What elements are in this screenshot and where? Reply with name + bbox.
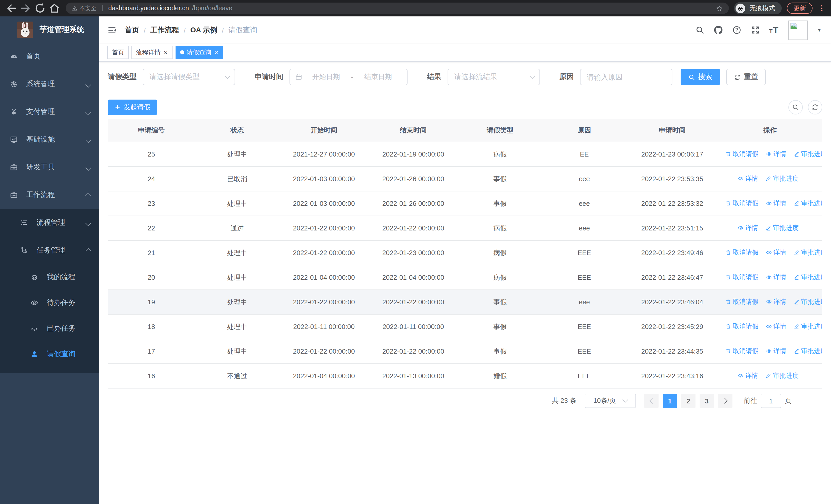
eye-icon — [766, 200, 772, 207]
date-range-picker[interactable]: 开始日期 - 结束日期 — [289, 69, 407, 85]
action-cancel[interactable]: 取消请假 — [725, 298, 758, 306]
action-detail[interactable]: 详情 — [766, 322, 786, 331]
action-detail[interactable]: 详情 — [766, 199, 786, 208]
reason-input[interactable] — [580, 69, 672, 85]
prev-page-button[interactable] — [644, 394, 659, 408]
edit-icon — [793, 274, 799, 280]
sidebar-item-任务管理[interactable]: 任务管理 — [0, 237, 99, 264]
sidebar-item-支付管理[interactable]: 支付管理 — [0, 98, 99, 126]
sidebar-item-基础设施[interactable]: 基础设施 — [0, 126, 99, 153]
action-progress[interactable]: 审批进度 — [793, 322, 822, 331]
action-detail[interactable]: 详情 — [738, 175, 758, 183]
total-count: 共 23 条 — [552, 396, 576, 406]
tab-首页[interactable]: 首页 — [107, 46, 129, 59]
action-cancel[interactable]: 取消请假 — [725, 248, 758, 257]
sidebar-item-我的流程[interactable]: 我的流程 — [0, 264, 99, 290]
create-leave-button[interactable]: 发起请假 — [108, 99, 157, 115]
sidebar-item-工作流程[interactable]: 工作流程 — [0, 181, 99, 209]
toggle-search-icon[interactable] — [789, 100, 803, 114]
apply-time-label: 申请时间 — [255, 72, 283, 82]
filter-reason: 原因 — [560, 69, 672, 85]
action-progress[interactable]: 审批进度 — [765, 175, 799, 183]
sidebar-item-请假查询[interactable]: 请假查询 — [0, 341, 99, 367]
sidebar-item-研发工具[interactable]: 研发工具 — [0, 153, 99, 181]
action-detail[interactable]: 详情 — [766, 298, 786, 306]
trash-icon — [725, 274, 731, 280]
sidebar-item-待办任务[interactable]: 待办任务 — [0, 290, 99, 316]
action-progress[interactable]: 审批进度 — [793, 273, 822, 282]
refresh-table-icon[interactable] — [808, 100, 822, 114]
navbar-actions: TT ▾ — [695, 20, 821, 40]
active-dot-icon — [180, 50, 184, 54]
result-select[interactable]: 请选择流结果 — [448, 69, 540, 85]
browser-menu-icon[interactable] — [818, 4, 826, 12]
breadcrumb-item[interactable]: 工作流程 — [150, 25, 179, 35]
close-icon[interactable]: × — [214, 49, 219, 56]
browser-forward-icon[interactable] — [20, 2, 32, 14]
logo-avatar — [17, 21, 33, 38]
breadcrumb-item[interactable]: OA 示例 — [191, 25, 218, 35]
font-size-icon[interactable]: TT — [769, 25, 779, 35]
action-progress[interactable]: 审批进度 — [793, 199, 822, 208]
column-header: 开始时间 — [279, 119, 369, 142]
action-cancel[interactable]: 取消请假 — [725, 322, 758, 331]
action-progress[interactable]: 审批进度 — [793, 347, 822, 356]
table-row: 18处理中2022-01-11 00:00:002022-01-11 00:00… — [108, 314, 822, 339]
tab-流程详情[interactable]: 流程详情× — [132, 46, 173, 59]
goto-page-input[interactable] — [761, 394, 781, 408]
page-button-2[interactable]: 2 — [681, 394, 695, 408]
page-button-1[interactable]: 1 — [663, 394, 677, 408]
action-detail[interactable]: 详情 — [766, 273, 786, 282]
edit-icon — [793, 348, 799, 354]
action-detail[interactable]: 详情 — [766, 347, 786, 356]
github-icon[interactable] — [714, 26, 722, 34]
tab-请假查询[interactable]: 请假查询× — [175, 46, 223, 59]
browser-reload-icon[interactable] — [34, 2, 46, 14]
address-bar[interactable]: 不安全 dashboard.yudao.iocoder.cn/bpm/oa/le… — [66, 3, 729, 14]
action-detail[interactable]: 详情 — [738, 372, 758, 380]
action-detail[interactable]: 详情 — [738, 224, 758, 233]
action-progress[interactable]: 审批进度 — [765, 372, 799, 380]
action-cancel[interactable]: 取消请假 — [725, 273, 758, 282]
submenu-padding — [0, 367, 99, 373]
sidebar-item-系统管理[interactable]: 系统管理 — [0, 70, 99, 98]
sidebar-item-首页[interactable]: 首页 — [0, 42, 99, 70]
action-cancel[interactable]: 取消请假 — [725, 347, 758, 356]
date-end-placeholder: 结束日期 — [354, 72, 402, 82]
action-cancel[interactable]: 取消请假 — [725, 150, 758, 158]
search-button[interactable]: 搜索 — [681, 69, 720, 85]
action-progress[interactable]: 审批进度 — [793, 298, 822, 306]
trash-icon — [725, 250, 731, 256]
sidebar-item-已办任务[interactable]: 已办任务 — [0, 316, 99, 341]
action-cancel[interactable]: 取消请假 — [725, 199, 758, 208]
hamburger-icon[interactable] — [107, 25, 116, 35]
logo-link[interactable]: 芋道管理系统 — [0, 17, 99, 42]
browser-home-icon[interactable] — [48, 2, 61, 14]
action-progress[interactable]: 审批进度 — [765, 224, 799, 233]
reset-button[interactable]: 重置 — [726, 69, 766, 85]
tags-view: 首页流程详情×请假查询× — [99, 43, 831, 62]
action-detail[interactable]: 详情 — [766, 150, 786, 158]
avatar[interactable] — [789, 20, 808, 40]
not-secure-warning[interactable]: 不安全 — [72, 4, 96, 12]
leave-type-select[interactable]: 请选择请假类型 — [143, 69, 235, 85]
action-progress[interactable]: 审批进度 — [793, 150, 822, 158]
close-icon[interactable]: × — [163, 49, 168, 56]
goto-label: 前往 — [744, 396, 757, 406]
page-button-3[interactable]: 3 — [699, 394, 714, 408]
next-page-button[interactable] — [718, 394, 733, 408]
avatar-caret-icon[interactable]: ▾ — [818, 27, 821, 33]
sidebar-item-流程管理[interactable]: 流程管理 — [0, 209, 99, 237]
bookmark-star-icon[interactable] — [716, 5, 723, 11]
trash-icon — [725, 200, 731, 207]
breadcrumb-item[interactable]: 首页 — [125, 25, 139, 35]
action-progress[interactable]: 审批进度 — [793, 248, 822, 257]
page-unit-label: 页 — [785, 396, 792, 406]
browser-back-icon[interactable] — [5, 2, 18, 14]
page-size-select[interactable]: 10条/页 — [584, 394, 636, 408]
fullscreen-icon[interactable] — [751, 26, 760, 34]
browser-update-button[interactable]: 更新 — [787, 3, 812, 14]
search-icon[interactable] — [695, 26, 704, 34]
action-detail[interactable]: 详情 — [766, 248, 786, 257]
help-icon[interactable] — [732, 26, 741, 34]
